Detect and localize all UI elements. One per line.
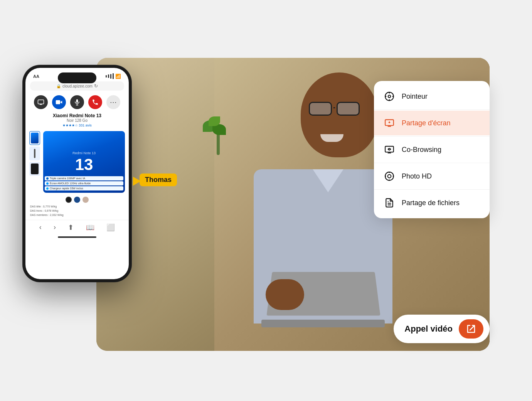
screen-share-btn[interactable] — [34, 95, 48, 109]
svg-rect-0 — [38, 100, 44, 104]
svg-point-4 — [388, 95, 391, 98]
partage-ecran-icon — [383, 117, 396, 129]
feature-screen: Écran AMOLED 120Hz ultra-fluide — [45, 181, 123, 185]
divider-2 — [374, 136, 490, 136]
thumb-1[interactable] — [29, 131, 40, 145]
feature-screen-text: Écran AMOLED 120Hz ultra-fluide — [50, 182, 91, 185]
product-img-name: Redmi Note 13 — [72, 151, 96, 155]
thumb-3[interactable] — [29, 162, 40, 176]
menu-item-partage-fichiers[interactable]: Partage de fichiers — [374, 190, 490, 215]
color-swatches — [25, 194, 129, 204]
cursor-arrow-icon — [129, 174, 141, 185]
das-tete: DAS tête : 0,770 W/kg — [30, 204, 124, 209]
menu-item-cobrowsing[interactable]: Co-Browsing — [374, 137, 490, 162]
das-info: DAS tête : 0,770 W/kg DAS tronc : 0,978 … — [25, 204, 129, 218]
menu-item-partage-ecran-label: Partage d'écran — [402, 119, 451, 127]
phone-product-main: Redmi Note 13 13 Triple caméra 108MP ave… — [25, 130, 129, 194]
product-features: Triple caméra 108MP avec IA Écran AMOLED… — [45, 176, 123, 191]
menu-item-partage-fichiers-label: Partage de fichiers — [402, 199, 460, 207]
partage-fichiers-icon — [383, 197, 396, 209]
lock-icon: 🔒 — [56, 84, 61, 88]
signal-icons — [106, 73, 114, 79]
feature-camera-text: Triple caméra 108MP avec IA — [50, 177, 85, 180]
menu-item-pointeur[interactable]: Pointeur — [374, 84, 490, 109]
product-image-content: Redmi Note 13 13 — [72, 151, 96, 173]
call-button-label: Appel vidéo — [404, 324, 453, 334]
call-button-area: Appel vidéo — [394, 315, 490, 343]
phone-screen: AA 📶 🔒 cloud.apizee.com ↻ — [25, 68, 129, 279]
product-rating: ★★★★☆ 331 avis — [30, 123, 124, 127]
svg-point-11 — [389, 148, 390, 150]
nav-bookmarks[interactable]: 📖 — [86, 223, 94, 232]
phone-notch — [58, 72, 96, 83]
thumb-2[interactable] — [29, 147, 40, 160]
feature-camera: Triple caméra 108MP avec IA — [45, 176, 123, 180]
call-button[interactable] — [459, 319, 483, 339]
signal-bar-1 — [106, 75, 107, 78]
feature-dot-2 — [46, 182, 49, 185]
color-pink[interactable] — [82, 197, 89, 203]
menu-panel: Pointeur Partage d'écran — [374, 81, 490, 218]
wifi-icon: 📶 — [115, 74, 121, 79]
divider-4 — [374, 189, 490, 190]
das-tronc: DAS tronc : 0,978 W/kg — [30, 209, 124, 213]
phone-mockup: AA 📶 🔒 cloud.apizee.com ↻ — [23, 66, 131, 281]
color-black[interactable] — [66, 197, 72, 203]
stars: ★★★★☆ — [62, 123, 78, 127]
product-image: Redmi Note 13 13 Triple caméra 108MP ave… — [43, 131, 125, 193]
signal-bar-4 — [113, 73, 114, 79]
menu-item-photo-hd-label: Photo HD — [402, 172, 432, 180]
feature-dot-3 — [46, 187, 49, 190]
end-call-btn[interactable] — [88, 95, 102, 109]
product-thumbnails — [29, 131, 41, 193]
nav-forward[interactable]: › — [54, 223, 56, 232]
color-blue[interactable] — [74, 197, 80, 203]
refresh-icon: ↻ — [94, 83, 98, 89]
phone-nav: ‹ › ⬆ 📖 ⬜ — [25, 220, 129, 235]
svg-point-13 — [388, 175, 391, 178]
camera-btn[interactable] — [52, 95, 66, 109]
photo-hd-icon — [383, 170, 396, 182]
das-membres: DAS membres : 2,032 W/kg — [30, 213, 124, 217]
svg-rect-2 — [76, 99, 78, 103]
mic-btn[interactable] — [70, 95, 84, 109]
product-title: Xiaomi Redmi Note 13 — [30, 113, 124, 118]
menu-item-pointeur-label: Pointeur — [402, 93, 428, 101]
main-scene: AA 📶 🔒 cloud.apizee.com ↻ — [35, 42, 497, 359]
review-count[interactable]: 331 avis — [79, 123, 92, 127]
divider-3 — [374, 163, 490, 163]
phone-home-indicator — [58, 236, 96, 238]
menu-item-partage-ecran[interactable]: Partage d'écran — [374, 111, 490, 135]
signal-bar-2 — [108, 74, 109, 78]
svg-rect-10 — [385, 146, 394, 152]
cobrowsing-icon — [383, 143, 396, 156]
cursor-tooltip: Thomas — [130, 174, 177, 186]
feature-charger: Chargeur rapide 33W inclus — [45, 186, 123, 190]
phone-product-info: Xiaomi Redmi Note 13 Noir 128 Go ★★★★☆ 3… — [25, 111, 129, 130]
feature-dot-1 — [46, 177, 49, 180]
product-subtitle: Noir 128 Go — [30, 118, 124, 123]
menu-item-cobrowsing-label: Co-Browsing — [402, 146, 441, 154]
divider-1 — [374, 110, 490, 110]
nav-back[interactable]: ‹ — [39, 223, 42, 232]
cursor-name-label: Thomas — [140, 174, 177, 186]
feature-charger-text: Chargeur rapide 33W inclus — [50, 187, 83, 190]
phone-status-aa: AA — [33, 74, 39, 79]
nav-share[interactable]: ⬆ — [68, 223, 74, 232]
svg-rect-1 — [56, 100, 60, 104]
signal-bar-3 — [110, 74, 111, 79]
nav-tabs[interactable]: ⬜ — [106, 223, 115, 232]
more-btn[interactable]: ··· — [106, 95, 120, 109]
menu-item-photo-hd[interactable]: Photo HD — [374, 164, 490, 189]
url-text: cloud.apizee.com — [62, 84, 93, 88]
svg-point-12 — [385, 172, 394, 180]
pointeur-icon — [383, 90, 396, 103]
product-number: 13 — [72, 157, 96, 173]
phone-call-icons: ··· — [25, 93, 129, 111]
